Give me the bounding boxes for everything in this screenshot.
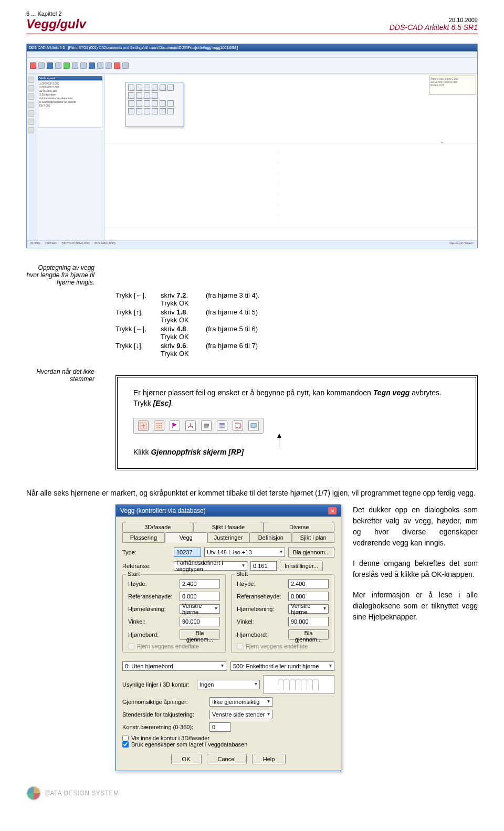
margin-note: Hvordan når det ikke stemmer: [26, 368, 94, 383]
toolbar-icon: [72, 62, 78, 69]
framed-callout: Er hjørner plassert feil og ønsket er å …: [116, 375, 478, 470]
cornerbord-button[interactable]: Bla gjennom...: [180, 629, 220, 640]
svg-point-7: [156, 427, 158, 428]
height-field[interactable]: 2.400: [180, 579, 220, 588]
panel-line: 2.00 5.000 5.000: [39, 86, 101, 89]
remove-endflate-check[interactable]: Fjern veggens endeflate: [237, 643, 329, 649]
tab-diverse[interactable]: Diverse: [264, 522, 334, 532]
panel-title: Verktøysett: [38, 76, 102, 80]
svg-point-6: [161, 425, 162, 426]
tab-definisjon[interactable]: Definisjon: [249, 532, 292, 543]
vis-innside-check[interactable]: Vis innside kontur i 3D/fasader: [122, 735, 334, 741]
tab-3d-fasade[interactable]: 3D/fasade: [122, 522, 193, 532]
konstr-field[interactable]: 0: [209, 722, 230, 732]
help-button[interactable]: Help: [252, 754, 286, 764]
svg-point-16: [236, 427, 237, 428]
header-right: 20.10.2009 DDS-CAD Arkitekt 6.5 SR1: [390, 17, 478, 31]
toolbar-icon: [97, 62, 103, 69]
side-para: I denne omgang bekreftes det som foreslå…: [353, 558, 478, 580]
tab-plassering[interactable]: Plassering: [122, 532, 165, 543]
bruk-egenskaper-check[interactable]: Bruk egenskaper som lagret i veggdatabas…: [122, 741, 334, 748]
tab-sjikt-plan[interactable]: Sjikt i plan: [292, 532, 334, 543]
snap-popup: [125, 82, 183, 127]
toolbar-icon: [30, 62, 36, 69]
svg-point-9: [161, 427, 162, 428]
end-legend: Slutt: [235, 571, 249, 577]
key-command: skriv 9.6. Trykk OK: [161, 342, 203, 357]
stack-icon: [217, 420, 227, 431]
key-step: Trykk [←], skriv 4.8. Trykk OK (fra hjør…: [116, 325, 478, 341]
settings-button[interactable]: Innstillinger...: [280, 561, 323, 571]
cancel-button[interactable]: Cancel: [207, 754, 247, 764]
dialog-body: 3D/fasade Sjikt i fasade Diverse Plasser…: [116, 517, 341, 771]
svg-rect-11: [204, 426, 208, 428]
app-canvas: Arkiv 0.000 0.000 0.000 Za 12.500 7.600 …: [104, 75, 477, 240]
coordinates-box: Arkiv 0.000 0.000 0.000 Za 12.500 7.600 …: [429, 76, 476, 94]
body-paragraph: Når alle seks hjørnene er markert, og sk…: [26, 488, 478, 499]
angle-field[interactable]: 90.000: [288, 617, 329, 626]
tab-sjikt-fasade[interactable]: Sjikt i fasade: [193, 522, 264, 532]
div-right-dropdown[interactable]: 500: Enkeltbord eller rundt hjørne: [230, 661, 334, 671]
corner-label: Hjørneløsning:: [237, 606, 285, 612]
panel-line: D9 0.000: [39, 104, 101, 108]
status-segment: Gjennopfr Skjerm: [449, 241, 474, 247]
side-para: Mer informasjon er å lese i alle dialogb…: [353, 590, 478, 623]
type-code-field[interactable]: 10237: [174, 548, 201, 557]
panel-line: 4 Automatiske høydepunkter: [39, 97, 101, 100]
page-header: 6 ... Kapittel 2 Vegg/gulv 20.10.2009 DD…: [26, 10, 478, 34]
key-command: skriv 1.8. Trykk OK: [161, 308, 203, 324]
svg-point-17: [237, 427, 238, 428]
reference-num-field[interactable]: 0.161: [250, 561, 277, 571]
svg-point-4: [156, 425, 158, 426]
toolbar-icon: [38, 62, 45, 69]
dialog-title: Vegg (kontrollert via database): [120, 507, 206, 514]
toolbar-icon: [64, 62, 70, 69]
key-result: (fra hjørne 5 til 6): [206, 325, 258, 341]
cornerbord-button[interactable]: Bla gjennom...: [288, 629, 329, 640]
gjennom-label: Gjennomsiktige åpninger:: [122, 699, 206, 705]
browse-button[interactable]: Bla gjennom...: [288, 547, 334, 557]
corner-label: Hjørneløsning:: [128, 606, 176, 612]
svg-point-5: [159, 425, 160, 426]
angle-label: Vinkel:: [237, 618, 285, 625]
tab-justeringer[interactable]: Justeringer: [207, 532, 250, 543]
app-menubar: [27, 51, 477, 58]
stender-label: Stenderside for takjustering:: [122, 711, 206, 718]
app-screenshot: DDS-CAD Arkitekt 6.5 - [Plan: ETG1 (001)…: [26, 44, 478, 248]
svg-rect-20: [253, 428, 255, 428]
callout-paragraph: Er hjørner plassert feil og ønsket er å …: [133, 388, 460, 408]
svg-point-1: [156, 423, 158, 424]
ok-button[interactable]: OK: [171, 754, 202, 764]
height-field[interactable]: 2.400: [288, 579, 329, 588]
remove-endflate-check[interactable]: Fjern veggens endeflate: [128, 643, 220, 649]
close-icon[interactable]: ✕: [328, 507, 337, 514]
gjennom-dropdown[interactable]: Ikke gjennomsiktig: [209, 697, 272, 707]
corner-dropdown[interactable]: Venstre hjørne: [288, 604, 329, 614]
ref-height-field[interactable]: 0.000: [180, 592, 220, 601]
app-inner: Verktøysett 1.00 5.000 5.000 2.00 5.000 …: [27, 75, 477, 240]
ref-height-field[interactable]: 0.000: [288, 592, 329, 601]
angle-label: Vinkel:: [128, 618, 176, 625]
height-label: Høyde:: [237, 581, 285, 587]
svg-rect-19: [251, 424, 256, 427]
status-segment: (0,000): [30, 241, 40, 247]
svg-rect-14: [219, 427, 225, 428]
angle-field[interactable]: 90.000: [180, 617, 220, 626]
tab-vegg[interactable]: Vegg: [165, 532, 207, 543]
corner-dropdown[interactable]: Venstre hjørne: [180, 604, 220, 614]
konstr-label: Konstr.bæreretning (0-360):: [122, 724, 206, 730]
layer-icon: [201, 420, 212, 431]
usynlige-dropdown[interactable]: Ingen: [197, 680, 260, 689]
footer-company: DATA DESIGN SYSTEM: [45, 790, 119, 797]
callout-paragraph: Klikk Gjennoppfrisk skjerm [RP]: [133, 447, 460, 458]
stender-dropdown[interactable]: Venstre side stender: [209, 710, 272, 719]
toolbar-icon: [122, 62, 129, 69]
reference-dropdown[interactable]: Forhåndsdefinert i veggtypen: [174, 561, 247, 571]
key-command: skriv 4.8. Trykk OK: [161, 325, 203, 341]
svg-point-3: [161, 423, 162, 424]
div-left-dropdown[interactable]: 0: Uten hjørnebord: [122, 661, 226, 671]
key-combo: Trykk [↑],: [116, 308, 158, 324]
type-desc-dropdown[interactable]: Utv 148 L iso +13: [204, 548, 285, 557]
product-name: DDS-CAD Arkitekt 6.5 SR1: [390, 23, 478, 31]
svg-point-8: [159, 427, 160, 428]
